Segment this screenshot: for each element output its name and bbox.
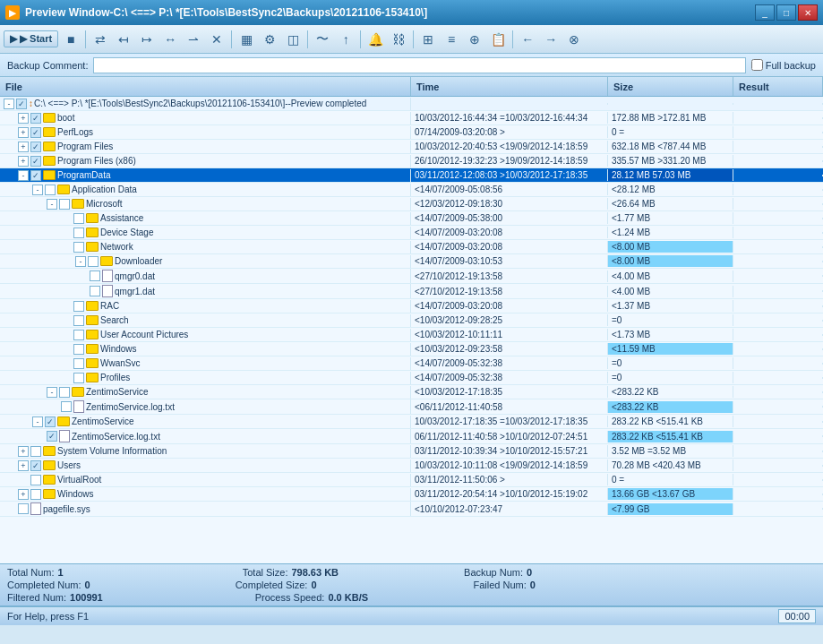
row-checkbox[interactable]	[73, 315, 84, 326]
maximize-button[interactable]: □	[776, 4, 796, 21]
row-checkbox[interactable]	[73, 344, 84, 355]
table-row[interactable]: -ZentimoService<10/03/2012-17:18:35<283.…	[0, 385, 823, 399]
table-row[interactable]: ✓ZentimoService.log.txt06/11/2012-11:40:…	[0, 429, 823, 444]
row-checkbox[interactable]	[73, 213, 84, 224]
expand-button[interactable]: -	[32, 416, 43, 427]
expand-button[interactable]: -	[18, 170, 29, 181]
expand-button[interactable]: +	[18, 142, 29, 152]
row-checkbox[interactable]	[73, 242, 84, 253]
table-row[interactable]: qmgr1.dat<27/10/2012-19:13:58<4.00 MB	[0, 284, 823, 299]
table-row[interactable]: +✓Program Files10/03/2012-20:40:53 <19/0…	[0, 140, 823, 154]
table-row[interactable]: -✓↕C:\ <==> P:\ *[E:\Tools\BestSync2\Bac…	[0, 97, 823, 111]
expand-button[interactable]: -	[4, 99, 14, 109]
table-row[interactable]: -Downloader<14/07/2009-03:10:53<8.00 MB	[0, 254, 823, 269]
table-row[interactable]: +✓PerfLogs07/14/2009-03:20:08 >0 =	[0, 125, 823, 140]
table-row[interactable]: VirtualRoot03/11/2012-11:50:06 >0 =	[0, 473, 823, 487]
row-checkbox[interactable]	[30, 446, 41, 457]
table-row[interactable]: WwanSvc<14/07/2009-05:32:38=0	[0, 356, 823, 371]
row-checkbox[interactable]	[59, 387, 70, 398]
table-row[interactable]: pagefile.sys<10/10/2012-07:23:47<7.99 GB	[0, 502, 823, 517]
expand-button[interactable]: -	[32, 185, 43, 195]
bell-button[interactable]: 🔔	[364, 29, 386, 50]
start-button[interactable]: ▶ ▶ Start	[4, 30, 58, 47]
row-checkbox[interactable]	[73, 373, 84, 383]
table-row[interactable]: +Windows03/11/2012-20:54:14 >10/10/2012-…	[0, 487, 823, 502]
schedule-button[interactable]: ◫	[282, 29, 304, 50]
right-arrow-button[interactable]: →	[540, 29, 562, 50]
table-row[interactable]: -Microsoft<12/03/2012-09:18:30<26.64 MB	[0, 197, 823, 211]
expand-button[interactable]: -	[47, 387, 57, 398]
table-row[interactable]: +✓boot10/03/2012-16:44:34 =10/03/2012-16…	[0, 111, 823, 125]
expand-button[interactable]: +	[18, 113, 29, 124]
table-body[interactable]: -✓↕C:\ <==> P:\ *[E:\Tools\BestSync2\Bac…	[0, 97, 823, 563]
table-row[interactable]: -✓ProgramData03/11/2012-12:08:03 >10/03/…	[0, 168, 823, 183]
row-checkbox[interactable]	[61, 401, 72, 412]
close-button[interactable]: ✕	[798, 4, 818, 21]
row-checkbox[interactable]	[90, 286, 100, 296]
row-checkbox[interactable]: ✓	[30, 142, 41, 152]
row-checkbox[interactable]: ✓	[30, 170, 41, 181]
table-row[interactable]: -Application Data<14/07/2009-05:08:56<28…	[0, 183, 823, 197]
table-row[interactable]: Assistance<14/07/2009-05:38:00<1.77 MB	[0, 211, 823, 226]
row-checkbox[interactable]	[88, 256, 99, 267]
expand-button[interactable]: +	[18, 446, 29, 457]
row-checkbox[interactable]	[73, 358, 84, 369]
forward-button[interactable]: ↦	[136, 29, 158, 50]
link-button[interactable]: ⛓	[388, 29, 409, 50]
row-checkbox[interactable]	[30, 489, 41, 500]
row-checkbox[interactable]	[73, 330, 84, 340]
row-checkbox[interactable]: ✓	[16, 99, 27, 109]
options-button[interactable]: ⚙	[259, 29, 280, 50]
row-checkbox[interactable]	[45, 185, 56, 195]
table-row[interactable]: Profiles<14/07/2009-05:32:38=0	[0, 371, 823, 385]
left-button[interactable]: ↔	[159, 29, 181, 50]
wave-button[interactable]: 〜	[312, 29, 333, 50]
table-row[interactable]: ZentimoService.log.txt<06/11/2012-11:40:…	[0, 399, 823, 415]
backup-comment-input[interactable]	[93, 57, 745, 73]
grid-button[interactable]: ⊞	[417, 29, 439, 50]
row-checkbox[interactable]	[73, 228, 84, 238]
row-checkbox[interactable]: ✓	[30, 113, 41, 124]
table-row[interactable]: +✓Users10/03/2012-10:11:08 <19/09/2012-1…	[0, 459, 823, 473]
row-checkbox[interactable]: ✓	[30, 460, 41, 471]
upload-button[interactable]: ↑	[335, 29, 356, 50]
stop-button[interactable]: ■	[60, 29, 81, 50]
table-row[interactable]: RAC<14/07/2009-03:20:08<1.37 MB	[0, 299, 823, 313]
delete-button[interactable]: ✕	[206, 29, 227, 50]
full-backup-checkbox[interactable]	[751, 59, 763, 71]
row-checkbox[interactable]: ✓	[30, 127, 41, 138]
table-row[interactable]: qmgr0.dat<27/10/2012-19:13:58<4.00 MB	[0, 269, 823, 284]
left-arrow-button[interactable]: ←	[517, 29, 538, 50]
right-button[interactable]: ⇀	[183, 29, 204, 50]
back-button[interactable]: ↤	[113, 29, 134, 50]
row-checkbox[interactable]: ✓	[45, 416, 56, 427]
row-checkbox[interactable]	[18, 503, 29, 514]
log-button[interactable]: 📋	[487, 29, 509, 50]
filter-button[interactable]: ▦	[236, 29, 257, 50]
table-row[interactable]: Device Stage<14/07/2009-03:20:08<1.24 MB	[0, 226, 823, 240]
table-row[interactable]: User Account Pictures<10/03/2012-10:11:1…	[0, 328, 823, 342]
minimize-button[interactable]: _	[755, 4, 775, 21]
row-checkbox[interactable]: ✓	[47, 431, 57, 442]
sync-button[interactable]: ⇄	[90, 29, 111, 50]
table-row[interactable]: -✓ZentimoService10/03/2012-17:18:35 =10/…	[0, 415, 823, 429]
row-checkbox[interactable]	[73, 301, 84, 312]
table-row[interactable]: Windows<10/03/2012-09:23:58<11.59 MB	[0, 342, 823, 356]
table-row[interactable]: Network<14/07/2009-03:20:08<8.00 MB	[0, 240, 823, 254]
row-checkbox[interactable]	[30, 475, 41, 485]
expand-button[interactable]: -	[47, 199, 57, 210]
row-checkbox[interactable]	[59, 199, 70, 210]
expand-button[interactable]: +	[18, 460, 29, 471]
expand-button[interactable]: -	[75, 256, 86, 267]
expand-button[interactable]: +	[18, 156, 29, 167]
row-checkbox[interactable]	[90, 270, 100, 281]
table-row[interactable]: +System Volume Information03/11/2012-10:…	[0, 444, 823, 459]
table-row[interactable]: Search<10/03/2012-09:28:25=0	[0, 313, 823, 328]
stop2-button[interactable]: ⊗	[563, 29, 585, 50]
row-checkbox[interactable]: ✓	[30, 156, 41, 167]
table-row[interactable]: +✓Program Files (x86)26/10/2012-19:32:23…	[0, 154, 823, 168]
expand-button[interactable]: +	[18, 489, 29, 500]
zoom-button[interactable]: ⊕	[464, 29, 485, 50]
list-button[interactable]: ≡	[441, 29, 462, 50]
expand-button[interactable]: +	[18, 127, 29, 138]
